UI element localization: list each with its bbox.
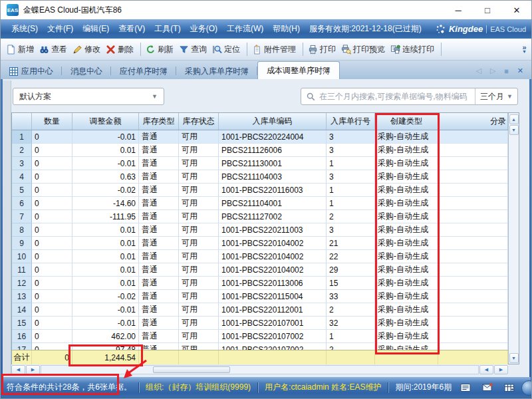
tab-payable-journal[interactable]: 应付单序时簿: [111, 63, 176, 79]
table-row[interactable]: 17097.48普通可用1001-PBCS2201070022采购-自动生成: [12, 343, 508, 350]
title-bar: EAS 金蝶EAS Cloud-国机汽车86 ─ □ ✕: [1, 1, 531, 19]
cell-stock_status: 可用: [179, 157, 219, 170]
attachment-button[interactable]: 附件管理: [252, 44, 296, 55]
scroll-right-button[interactable]: ▶: [494, 365, 508, 374]
column-header-amount[interactable]: 调整金额: [72, 113, 139, 130]
cell-amount: -0.01: [72, 157, 139, 170]
table-row[interactable]: 60-14.60普通可用PBCS2111040011采购-自动生成: [12, 197, 508, 210]
vertical-scrollbar[interactable]: ▲ ▼ ▼: [508, 113, 519, 364]
cell-stock_type: 普通: [139, 223, 179, 237]
menu-item[interactable]: 业务(O): [190, 23, 217, 35]
app-window: EAS 金蝶EAS Cloud-国机汽车86 ─ □ ✕ 系统(S)文件(F)编…: [0, 0, 532, 399]
column-header-no[interactable]: [12, 113, 32, 130]
cell-line: 2: [327, 210, 375, 223]
menu-item[interactable]: 系统(S): [11, 23, 38, 35]
table-row[interactable]: 150-0.01普通可用1001-PBCS22010700132采购-自动生成: [12, 317, 508, 330]
query-button[interactable]: 查询: [179, 44, 207, 55]
refresh-button[interactable]: 刷新: [146, 44, 174, 55]
cell-create_type: 采购-自动生成: [375, 330, 438, 343]
table-row[interactable]: 10-0.01普通可用1001-PBCS2202240043采购-自动生成: [12, 130, 508, 144]
menu-item[interactable]: 帮助(H): [273, 23, 300, 35]
cell-create_type: 采购-自动生成: [375, 263, 438, 277]
cell-stock_status: 可用: [179, 290, 219, 303]
tab-purchase-inbound-journal[interactable]: 采购入库单序时簿: [176, 63, 257, 79]
scheme-select[interactable]: 默认方案 ▼: [13, 88, 164, 105]
tab-scroll-left-icon[interactable]: ◁: [475, 66, 481, 75]
tab-scroll-right-icon[interactable]: ▷: [490, 66, 495, 75]
delete-button[interactable]: 删除: [106, 44, 134, 55]
cell-entry: [438, 170, 508, 184]
toolbar-separator: [140, 43, 141, 56]
search-range-select[interactable]: 三个月 ▼: [475, 88, 517, 104]
menu-item[interactable]: 工作流(W): [227, 23, 263, 35]
collapsed-side-panel[interactable]: [3, 80, 11, 375]
menu-item[interactable]: 查看(V): [118, 23, 145, 35]
column-header-line[interactable]: 入库单行号: [327, 113, 375, 130]
cell-code: PBCS211104003: [219, 170, 327, 184]
menu-item[interactable]: 编辑(E): [82, 23, 109, 35]
menu-item[interactable]: 工具(T): [154, 23, 180, 35]
print-preview-button[interactable]: 打印预览: [341, 44, 385, 55]
column-header-qty[interactable]: 数量: [32, 113, 72, 130]
column-header-stock_type[interactable]: 库存类型: [139, 113, 179, 130]
continuous-print-button[interactable]: 连续打印: [390, 44, 434, 55]
cell-qty: 0: [32, 343, 72, 350]
tab-cost-adjust-journal[interactable]: 成本调整单序时簿: [257, 61, 340, 79]
table-row[interactable]: 70-111.95普通可用PBCS2111270022采购-自动生成: [12, 210, 508, 223]
scrollbar-thumb[interactable]: [153, 366, 230, 373]
column-header-entry[interactable]: 分录: [438, 113, 508, 130]
table-row[interactable]: 160462.00普通可用1001-PBCS2201070021采购-自动生成: [12, 330, 508, 343]
cell-stock_status: 可用: [179, 144, 219, 157]
locate-button[interactable]: 定位: [212, 44, 240, 55]
table-row[interactable]: 900.01普通可用1001-PBCS22010400221采购-自动生成: [12, 237, 508, 250]
table-row[interactable]: 800.01普通可用1001-PBCS2202110033采购-自动生成: [12, 223, 508, 237]
search-input[interactable]: 在三个月内搜索,可搜索单据编号,物料编码: [319, 91, 475, 102]
mail-icon[interactable]: [482, 383, 493, 392]
grid-settings-icon[interactable]: [504, 383, 515, 392]
cell-line: 3: [327, 170, 375, 184]
close-button[interactable]: ✕: [502, 1, 531, 19]
table-row[interactable]: 1100.01普通可用1001-PBCS22010400229采购-自动生成: [12, 263, 508, 277]
document-list-icon[interactable]: [460, 383, 471, 392]
table-row[interactable]: 140-0.01普通可用1001-PBCS2201120012采购-自动生成: [12, 303, 508, 317]
scroll-left-button[interactable]: ◀: [11, 365, 25, 374]
minimize-button[interactable]: ─: [444, 1, 473, 19]
tab-message-center[interactable]: 消息中心: [62, 63, 111, 79]
column-header-code[interactable]: 入库单编码: [219, 113, 327, 130]
menu-item[interactable]: 文件(F): [47, 23, 73, 35]
scroll-up-icon: ▲: [511, 117, 516, 122]
view-button[interactable]: 查看: [39, 44, 67, 55]
tab-list-icon[interactable]: ≡: [504, 67, 508, 75]
table-row[interactable]: 1200.01普通可用1001-PBCS22011300615采购-自动生成: [12, 277, 508, 290]
tab-close-icon[interactable]: ✕: [517, 66, 523, 75]
scroll-left-button[interactable]: ◀: [479, 365, 493, 374]
cell-code: 1001-PBCS220107002: [219, 343, 327, 350]
table-row[interactable]: 200.01普通可用PBCS2111260063采购-自动生成: [12, 144, 508, 157]
scroll-down-icon: ▼: [511, 128, 516, 132]
scroll-down-button[interactable]: ▼: [509, 125, 519, 135]
maximize-button[interactable]: □: [473, 1, 502, 19]
table-row[interactable]: 400.63普通可用PBCS2111040033采购-自动生成: [12, 170, 508, 184]
column-header-stock_status[interactable]: 库存状态: [179, 113, 219, 130]
scroll-down-button[interactable]: ▼: [509, 353, 519, 363]
data-grid: 数量调整金额库存类型库存状态入库单编码入库单行号创建类型分录 10-0.01普通…: [11, 112, 519, 364]
table-row[interactable]: 30-0.01普通可用PBCS2111300011采购-自动生成: [12, 157, 508, 170]
search-box[interactable]: 在三个月内搜索,可搜索单据编号,物料编码 三个月 ▼: [301, 88, 518, 105]
table-row[interactable]: 1000.01普通可用1001-PBCS22010400222采购-自动生成: [12, 250, 508, 263]
column-header-create_type[interactable]: 创建类型: [375, 113, 438, 130]
toolbar-more-button[interactable]: » ▼: [522, 45, 527, 54]
table-row[interactable]: 50-0.02普通可用1001-PBCS2201160031采购-自动生成: [12, 184, 508, 197]
toolbar-separator: [441, 43, 442, 56]
scrollbar-track[interactable]: [41, 365, 479, 374]
table-row[interactable]: 130-0.02普通可用1001-PBCS22011500433采购-自动生成: [12, 290, 508, 303]
horizontal-scrollbar[interactable]: ◀ ▶ ◀ ▶: [11, 364, 519, 375]
tab-app-center[interactable]: 应用中心: [1, 63, 62, 79]
scroll-up-button[interactable]: ▲: [509, 114, 519, 124]
status-globe-icon[interactable]: [521, 380, 532, 396]
scroll-right-button[interactable]: ▶: [26, 365, 40, 374]
cell-code: 1001-PBCS220211003: [219, 223, 327, 237]
period-text: 期间:2019年6期: [395, 382, 452, 393]
print-button[interactable]: 打印: [308, 44, 336, 55]
new-button[interactable]: 新增: [6, 44, 34, 55]
edit-button[interactable]: 修改: [72, 44, 100, 55]
